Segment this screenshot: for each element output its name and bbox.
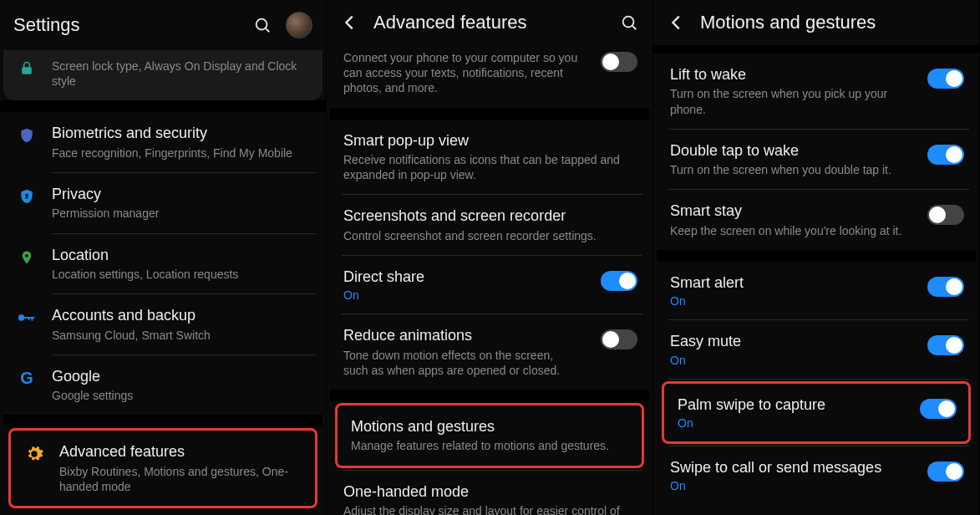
svg-rect-8 (32, 317, 33, 321)
location-item[interactable]: Location Location settings, Location req… (3, 234, 322, 294)
advanced-features-item[interactable]: Advanced features Bixby Routines, Motion… (8, 428, 317, 508)
svg-line-1 (266, 28, 269, 32)
easy-mute-item[interactable]: Easy mute On (657, 320, 976, 378)
easy-mute-toggle[interactable] (927, 335, 964, 355)
lock-icon (17, 59, 37, 79)
google-item[interactable]: G Google Google settings (3, 355, 322, 416)
motions-gestures-item[interactable]: Motions and gestures Manage features rel… (335, 403, 644, 468)
lift-to-wake-toggle[interactable] (927, 69, 964, 89)
lock-screen-item[interactable]: Screen lock type, Always On Display and … (3, 50, 322, 100)
svg-rect-4 (26, 196, 28, 198)
lift-to-wake-item[interactable]: Lift to wake Turn on the screen when you… (657, 54, 976, 129)
advanced-list: Connect your phone to your computer so y… (327, 45, 652, 515)
advanced-features-panel: Advanced features Connect your phone to … (327, 0, 653, 515)
reduce-animations-item[interactable]: Reduce animations Tone down motion effec… (330, 314, 649, 390)
privacy-shield-icon (17, 186, 37, 207)
motions-header: Motions and gestures (653, 0, 979, 45)
smart-alert-item[interactable]: Smart alert On (657, 262, 976, 319)
lock-screen-sub: Screen lock type, Always On Display and … (52, 59, 311, 89)
smart-stay-item[interactable]: Smart stay Keep the screen on while you'… (657, 190, 976, 250)
gear-icon (24, 444, 44, 464)
svg-rect-9 (28, 317, 30, 320)
privacy-item[interactable]: Privacy Permission manager (3, 173, 322, 233)
screenshots-item[interactable]: Screenshots and screen recorder Control … (330, 195, 649, 255)
search-icon[interactable] (619, 13, 639, 33)
svg-point-5 (25, 253, 28, 257)
direct-share-toggle[interactable] (601, 271, 637, 291)
back-icon[interactable] (667, 13, 687, 33)
smart-stay-toggle[interactable] (927, 205, 964, 225)
search-icon[interactable] (252, 15, 272, 35)
motions-list: Lift to wake Turn on the screen when you… (653, 54, 979, 515)
link-to-windows-item[interactable]: Connect your phone to your computer so y… (330, 45, 649, 108)
profile-avatar[interactable] (286, 12, 312, 38)
shield-icon (17, 125, 37, 145)
double-tap-toggle[interactable] (927, 145, 964, 165)
palm-swipe-item[interactable]: Palm swipe to capture On (662, 381, 971, 444)
reduce-animations-toggle[interactable] (601, 329, 637, 349)
google-g-icon: G (17, 369, 37, 389)
settings-panel: Settings Screen lock type, Always On Dis… (0, 0, 327, 515)
settings-header: Settings (0, 0, 326, 50)
biometrics-item[interactable]: Biometrics and security Face recognition… (3, 112, 322, 172)
link-to-windows-toggle[interactable] (601, 52, 637, 72)
back-icon[interactable] (340, 13, 360, 33)
direct-share-item[interactable]: Direct share On (330, 256, 649, 314)
advanced-title: Advanced features (373, 12, 606, 33)
svg-rect-2 (22, 67, 32, 74)
swipe-call-item[interactable]: Swipe to call or send messages On (657, 446, 976, 504)
advanced-header: Advanced features (327, 0, 652, 45)
svg-point-0 (256, 19, 267, 30)
key-icon (17, 308, 37, 328)
svg-line-11 (632, 26, 636, 29)
svg-point-6 (18, 314, 24, 320)
settings-list: Biometrics and security Face recognition… (0, 112, 326, 515)
swipe-call-toggle[interactable] (927, 461, 964, 482)
one-handed-item[interactable]: One-handed mode Adjust the display size … (330, 471, 649, 515)
smart-alert-toggle[interactable] (927, 277, 964, 297)
location-pin-icon (17, 247, 37, 268)
motions-panel: Motions and gestures Lift to wake Turn o… (653, 0, 980, 515)
smart-popup-item[interactable]: Smart pop-up view Receive notifications … (330, 120, 649, 195)
settings-title: Settings (13, 14, 239, 36)
accounts-item[interactable]: Accounts and backup Samsung Cloud, Smart… (3, 294, 322, 354)
double-tap-item[interactable]: Double tap to wake Turn on the screen wh… (657, 130, 976, 190)
motions-title: Motions and gestures (700, 12, 966, 33)
svg-point-10 (623, 17, 634, 28)
palm-swipe-toggle[interactable] (920, 399, 957, 419)
